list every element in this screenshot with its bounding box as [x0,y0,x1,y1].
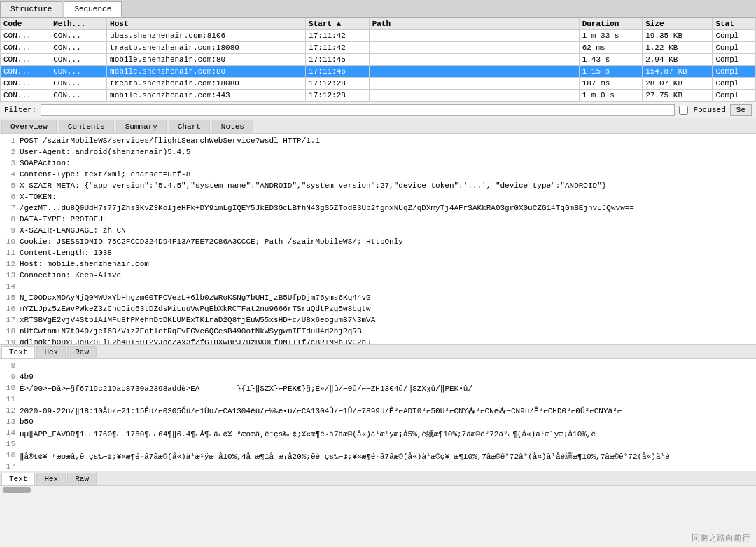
line-text: X-TOKEN: [20,193,756,204]
table-cell: 1.43 s [579,54,643,66]
line-number: 9 [0,373,20,384]
response-sub-tab-text[interactable]: Text [1,473,35,485]
line-number: 12 [0,260,20,271]
table-cell: 1 m 0 s [579,90,643,102]
horizontal-scrollbar[interactable] [0,485,756,494]
line-number: 16 [0,451,20,462]
line-number: 8 [0,361,20,373]
line-number: 13 [0,271,20,282]
line: 14úµ‖APP_FAVOR¶1⌐⌐1760¶⌐⌐1760¶⌐⌐64¶‖6.4¶… [0,429,756,440]
line-text [20,361,756,373]
detail-tab-overview[interactable]: Overview [1,120,57,133]
line-number: 16 [0,305,20,316]
line-text: X-SZAIR-META: {"app_version":"5.4.5","sy… [20,181,756,193]
table-cell: CON... [1,42,50,54]
response-sub-tab-raw[interactable]: Raw [67,473,97,485]
response-sub-tab-hex[interactable]: Hex [36,473,66,485]
request-sub-tab-hex[interactable]: Hex [36,346,66,358]
line: 8 [0,361,756,373]
table-cell: 1.15 s [579,66,643,78]
line-text: nUfCwtnm+N7tO40/jeI6B/Viz7EqfletRqFvEGVe… [20,327,756,338]
table-row[interactable]: CON...CON...mobile.shenzhenair.com:8017:… [1,66,756,78]
request-sub-tabs: TextHexRaw [0,344,756,359]
top-tab-bar: Structure Sequence [0,0,756,18]
table-cell [369,66,579,78]
detail-tab-contents[interactable]: Contents [59,120,114,133]
line-text: É>/00>⌐Då>⌐§f6719c219ac8730a2398addè>EÃ … [20,384,756,395]
filter-bar: Filter: Focused Se [0,102,756,118]
line-number: 12 [0,406,20,417]
line-number: 11 [0,249,20,260]
tab-sequence[interactable]: Sequence [64,1,122,17]
table-cell: Compl [713,42,756,54]
detail-tab-summary[interactable]: Summary [116,120,167,133]
table-cell: CON... [1,90,50,102]
table-cell [369,54,579,66]
line: 13Connection: Keep-Alive [0,271,756,282]
table-row[interactable]: CON...CON...mobile.shenzhenair.com:44317… [1,90,756,102]
response-sub-tabs: TextHexRaw [0,471,756,485]
table-cell: 154.87 KB [643,66,713,78]
line: 17xRTSBVgE2vjV4StplAlMFu8fPMehnDtDKLUMEx… [0,316,756,327]
table-cell: 1.22 KB [643,42,713,54]
request-sub-tab-raw[interactable]: Raw [67,346,97,358]
table-cell: mobile.shenzhenair.com:80 [107,66,306,78]
line: 5X-SZAIR-META: {"app_version":"5.4.5","s… [0,181,756,193]
detail-tab-notes[interactable]: Notes [212,120,253,133]
detail-tab-chart[interactable]: Chart [169,120,210,133]
scrollbar-thumb[interactable] [3,487,31,493]
table-cell: Compl [713,78,756,90]
table-cell: Compl [713,90,756,102]
line: 9X-SZAIR-LANGUAGE: zh_CN [0,226,756,237]
table-cell: mobile.shenzhenair.com:80 [107,54,306,66]
table-cell: Compl [713,66,756,78]
line-number: 14 [0,282,20,293]
table-row[interactable]: CON...CON...treatp.shenzhenair.com:18080… [1,78,756,90]
table-column-header: Path [369,18,579,30]
table-cell: 187 ms [579,78,643,90]
table-cell: treatp.shenzhenair.com:18080 [107,42,306,54]
line-number: 17 [0,316,20,327]
request-sub-tab-text[interactable]: Text [1,346,35,358]
table-cell: 62 ms [579,42,643,54]
line: 11Content-Length: 1038 [0,249,756,260]
line-text: X-SZAIR-LANGUAGE: zh_CN [20,226,756,237]
line: 10Cookie: JSESSIONID=75C2FCCD324D94F13A7… [0,237,756,249]
table-cell [369,78,579,90]
table-row[interactable]: CON...CON...treatp.shenzhenair.com:18080… [1,42,756,54]
line-text: 2020-09-22ú/‖18:10Âû/⌐21:15Êû/⌐0305Óû/⌐1… [20,406,756,417]
line-number: 13 [0,417,20,429]
detail-tab-bar: OverviewContentsSummaryChartNotes [0,118,756,134]
line-number: 10 [0,384,20,395]
table-row[interactable]: CON...CON...mobile.shenzhenair.com:8017:… [1,54,756,66]
request-content[interactable]: 1POST /szairMobileWS/services/flightSear… [0,134,756,344]
response-content[interactable]: 894b910É>/00>⌐Då>⌐§f6719c219ac8730a2398a… [0,359,756,471]
table-cell: 2.94 KB [643,54,713,66]
filter-input[interactable] [41,104,674,116]
table-cell: CON... [50,66,107,78]
table-cell: 17:12:28 [306,90,370,102]
line-text: Cookie: JSESSIONID=75C2FCCD324D94F13A7EE… [20,237,756,249]
table-column-header: Code [1,18,50,30]
focused-checkbox[interactable] [679,106,688,115]
line-text: mYZLJpz5zEwvPWkeZ3zChqCiq63tDZdsMiLuuVwP… [20,305,756,316]
line: 16mYZLJpz5zEwvPWkeZ3zChqCiq63tDZdsMiLuuV… [0,305,756,316]
table-cell: CON... [50,54,107,66]
line-number: 9 [0,226,20,237]
table-cell: 17:11:42 [306,30,370,42]
table-cell: CON... [1,54,50,66]
line-text [20,462,756,471]
se-button[interactable]: Se [730,104,752,116]
table-row[interactable]: CON...CON...ubas.shenzhenair.com:810617:… [1,30,756,42]
table-cell: Compl [713,30,756,42]
line: 19gdlmqkjhODxEJo8ZQElF2b4DI5UI2yJocZAx3f… [0,338,756,344]
line-text: Content-Length: 1038 [20,249,756,260]
table-cell: 17:11:45 [306,54,370,66]
line-number: 2 [0,148,20,159]
tab-structure[interactable]: Structure [0,1,62,17]
line-text: gdlmqkjhODxEJo8ZQElF2b4DI5UI2yJocZAx3fZf… [20,338,756,344]
line-number: 15 [0,293,20,305]
line-text: Connection: Keep-Alive [20,271,756,282]
line-text: b50 [20,417,756,429]
table-cell [369,90,579,102]
